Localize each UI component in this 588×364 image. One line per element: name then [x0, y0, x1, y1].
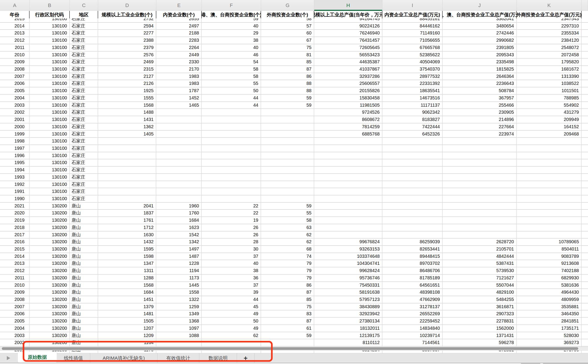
column-header[interactable]: 内资企业数(个) — [156, 11, 202, 18]
cell[interactable]: 59 — [261, 102, 314, 109]
cell[interactable]: 68 — [261, 246, 314, 253]
cell[interactable] — [582, 332, 588, 339]
cell[interactable] — [202, 174, 261, 181]
cell[interactable]: 94164745 — [314, 18, 382, 22]
cell[interactable]: 130100 — [30, 73, 70, 80]
cell[interactable] — [156, 131, 202, 137]
cell[interactable]: 2010 — [0, 282, 30, 289]
cell[interactable]: 1313390 — [517, 73, 582, 80]
cell[interactable]: 1349 — [156, 311, 202, 317]
cell[interactable]: 130200 — [30, 282, 70, 289]
cell[interactable]: 1837 — [98, 210, 156, 216]
cell[interactable]: 石家庄 — [70, 181, 98, 188]
cell[interactable]: 50 — [202, 318, 261, 325]
cell[interactable]: 130200 — [30, 339, 70, 346]
cell[interactable]: 59 — [261, 95, 314, 101]
cell[interactable] — [98, 159, 156, 166]
cell[interactable]: 130200 — [30, 239, 70, 245]
cell[interactable] — [582, 231, 588, 238]
cell[interactable] — [443, 181, 517, 188]
cell[interactable]: 83 — [261, 311, 314, 317]
cell[interactable]: 2841851 — [517, 318, 582, 325]
cell[interactable]: 唐山 — [70, 303, 98, 310]
cell[interactable]: 1735171 — [517, 325, 582, 332]
cell[interactable]: 石家庄 — [70, 159, 98, 166]
cell[interactable]: 2170 — [156, 66, 202, 73]
cell[interactable]: 1568 — [98, 102, 156, 109]
cell[interactable]: 230905 — [443, 109, 517, 116]
cell[interactable]: 1595 — [98, 246, 156, 253]
cell[interactable]: 130100 — [30, 87, 70, 94]
cell[interactable]: 2008 — [0, 296, 30, 303]
cell[interactable] — [261, 159, 314, 166]
cell[interactable] — [582, 282, 588, 289]
cell[interactable]: 2015 — [0, 246, 30, 253]
cell[interactable]: 唐山 — [70, 224, 98, 231]
cell[interactable]: 石家庄 — [70, 174, 98, 181]
cell[interactable]: 2335498 — [443, 58, 517, 65]
cell[interactable]: 唐山 — [70, 339, 98, 346]
cell[interactable]: 12139175 — [314, 332, 382, 339]
cell[interactable]: 1207 — [98, 325, 156, 332]
cell[interactable]: 2548072 — [517, 44, 582, 51]
cell[interactable]: 2013 — [0, 260, 30, 267]
cell[interactable]: 89703702 — [382, 260, 443, 267]
cell[interactable]: 2007 — [0, 303, 30, 310]
column-header[interactable]: 港、澳、台商投资企业数(个) — [202, 11, 261, 18]
cell[interactable] — [382, 217, 443, 224]
cell[interactable]: 26 — [202, 224, 261, 231]
cell[interactable]: 1999 — [0, 131, 30, 137]
cell[interactable] — [443, 159, 517, 166]
cell[interactable] — [382, 167, 443, 173]
cell[interactable]: 2021 — [0, 203, 30, 209]
cell[interactable] — [202, 138, 261, 144]
cell[interactable]: 71056655 — [382, 37, 443, 44]
cell[interactable]: 8504011 — [517, 246, 582, 253]
cell[interactable]: 47662909 — [382, 296, 443, 303]
cell[interactable]: 528030 — [517, 332, 582, 339]
cell[interactable]: 2355334 — [517, 30, 582, 37]
cell[interactable]: 1761 — [98, 217, 156, 224]
cell[interactable]: 61 — [261, 325, 314, 332]
cell[interactable]: 67665768 — [382, 44, 443, 51]
cell[interactable]: 1598 — [98, 253, 156, 260]
cell[interactable]: 99628424 — [314, 267, 382, 274]
cell[interactable]: 石家庄 — [70, 37, 98, 44]
cell[interactable] — [582, 52, 588, 58]
cell[interactable]: 74 — [261, 253, 314, 260]
cell[interactable]: 2004 — [0, 95, 30, 101]
cell[interactable] — [314, 152, 382, 159]
cell[interactable] — [443, 224, 517, 231]
column-letter-D[interactable]: D — [98, 0, 156, 11]
cell[interactable] — [156, 152, 202, 159]
cell[interactable] — [261, 138, 314, 144]
sheet-nav-arrow-icon[interactable] — [7, 356, 10, 360]
cell[interactable] — [314, 217, 382, 224]
cell[interactable]: 1995 — [0, 159, 30, 166]
cell[interactable]: 石家庄 — [70, 152, 98, 159]
cell[interactable]: 10789065 — [517, 239, 582, 245]
cell[interactable]: 130100 — [30, 95, 70, 101]
cell[interactable]: 40 — [202, 260, 261, 267]
cell[interactable]: 209949 — [517, 116, 582, 123]
cell[interactable]: 130200 — [30, 246, 70, 253]
cell[interactable]: 130100 — [30, 116, 70, 123]
cell[interactable] — [582, 138, 588, 144]
cell[interactable]: 44 — [202, 95, 261, 101]
sheet-tab-5[interactable]: 数据说明 — [199, 353, 237, 363]
cell[interactable] — [202, 181, 261, 188]
cell[interactable]: 40504069 — [382, 58, 443, 65]
cell[interactable]: 2011 — [0, 275, 30, 281]
cell[interactable] — [382, 159, 443, 166]
cell[interactable]: 2017 — [0, 231, 30, 238]
cell[interactable] — [582, 131, 588, 137]
cell[interactable] — [582, 167, 588, 173]
cell[interactable] — [382, 195, 443, 202]
cell[interactable]: 130200 — [30, 318, 70, 325]
cell[interactable]: 6885768 — [314, 131, 382, 137]
cell[interactable]: 130200 — [30, 217, 70, 224]
cell[interactable]: 1347 — [98, 260, 156, 267]
cell[interactable] — [314, 224, 382, 231]
cell[interactable]: 2016 — [0, 239, 30, 245]
cell[interactable]: 1451 — [98, 296, 156, 303]
